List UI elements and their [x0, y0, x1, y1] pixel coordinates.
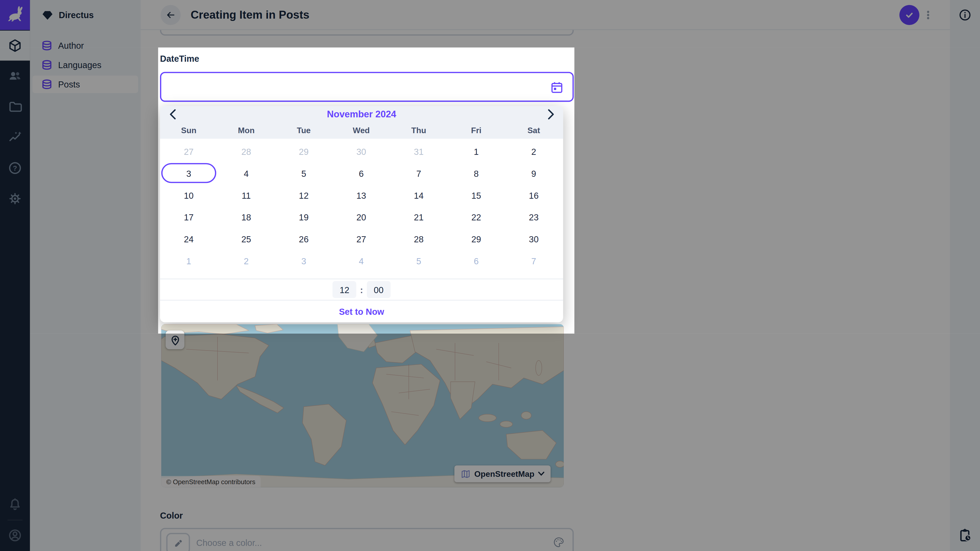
calendar-day[interactable]: 10 [160, 184, 218, 206]
minute-input[interactable]: 00 [367, 281, 390, 298]
calendar-day[interactable]: 26 [275, 228, 332, 250]
time-row: 12 : 00 [160, 279, 563, 300]
calendar-day[interactable]: 29 [447, 228, 505, 250]
calendar-day[interactable]: 23 [505, 206, 563, 228]
calendar-day[interactable]: 19 [275, 206, 332, 228]
calendar-day[interactable]: 28 [218, 141, 275, 162]
calendar-day[interactable]: 25 [218, 228, 275, 250]
weekday-label: Tue [275, 125, 332, 136]
calendar-header: November 2024 SunMonTueWedThuFriSat [160, 106, 563, 138]
calendar-day[interactable]: 3 [275, 250, 332, 272]
calendar-day[interactable]: 9 [505, 162, 563, 184]
set-to-now-row: Set to Now [160, 300, 563, 322]
modal-overlay[interactable] [0, 48, 158, 333]
datetime-field-label: DateTime [160, 54, 199, 64]
calendar-day[interactable]: 28 [390, 228, 447, 250]
calendar-day[interactable]: 1 [160, 250, 218, 272]
calendar-day[interactable]: 7 [505, 250, 563, 272]
modal-overlay[interactable] [0, 0, 980, 48]
calendar-day[interactable]: 31 [390, 141, 447, 162]
calendar-day[interactable]: 1 [447, 141, 505, 162]
calendar-day[interactable]: 5 [390, 250, 447, 272]
weekday-label: Wed [332, 125, 390, 136]
datetime-input[interactable] [160, 72, 574, 102]
month-year-label[interactable]: November 2024 [160, 109, 563, 119]
calendar-day-grid: 2728293031123456789101112131415161718192… [160, 141, 563, 272]
calendar-icon[interactable] [550, 81, 564, 94]
calendar-day[interactable]: 6 [332, 162, 390, 184]
calendar-day[interactable]: 22 [447, 206, 505, 228]
calendar-day[interactable]: 12 [275, 184, 332, 206]
next-month-button[interactable] [543, 108, 558, 121]
calendar-day[interactable]: 2 [505, 141, 563, 162]
calendar-day[interactable]: 5 [275, 162, 332, 184]
weekday-label: Thu [390, 125, 447, 136]
weekday-label: Mon [218, 125, 275, 136]
calendar-day[interactable]: 27 [160, 141, 218, 162]
calendar-day[interactable]: 8 [447, 162, 505, 184]
hour-input[interactable]: 12 [332, 281, 356, 298]
modal-overlay[interactable] [574, 48, 980, 333]
weekday-label: Sun [160, 125, 218, 136]
calendar-day[interactable]: 20 [332, 206, 390, 228]
calendar-day[interactable]: 30 [505, 228, 563, 250]
calendar-day[interactable]: 29 [275, 141, 332, 162]
weekday-row: SunMonTueWedThuFriSat [160, 125, 563, 136]
calendar-day[interactable]: 4 [218, 162, 275, 184]
app-window: DateTime [0, 0, 980, 551]
modal-overlay[interactable] [0, 333, 980, 551]
chevron-right-icon [547, 109, 554, 120]
calendar-day[interactable]: 11 [218, 184, 275, 206]
calendar-day[interactable]: 4 [332, 250, 390, 272]
calendar-day[interactable]: 17 [160, 206, 218, 228]
datetime-picker-popup: November 2024 SunMonTueWedThuFriSat 2728… [160, 106, 563, 322]
calendar-day[interactable]: 27 [332, 228, 390, 250]
calendar-day[interactable]: 14 [390, 184, 447, 206]
calendar-day[interactable]: 6 [447, 250, 505, 272]
calendar-day[interactable]: 24 [160, 228, 218, 250]
calendar-day[interactable]: 16 [505, 184, 563, 206]
calendar-day[interactable]: 2 [218, 250, 275, 272]
calendar-day[interactable]: 15 [447, 184, 505, 206]
weekday-label: Fri [447, 125, 505, 136]
calendar-day[interactable]: 18 [218, 206, 275, 228]
calendar-day[interactable]: 7 [390, 162, 447, 184]
set-to-now-button[interactable]: Set to Now [339, 306, 384, 316]
time-separator: : [360, 285, 363, 295]
calendar-day[interactable]: 21 [390, 206, 447, 228]
calendar-day[interactable]: 30 [332, 141, 390, 162]
calendar-day[interactable]: 13 [332, 184, 390, 206]
calendar-day-selected[interactable]: 3 [160, 162, 218, 184]
weekday-label: Sat [505, 125, 563, 136]
